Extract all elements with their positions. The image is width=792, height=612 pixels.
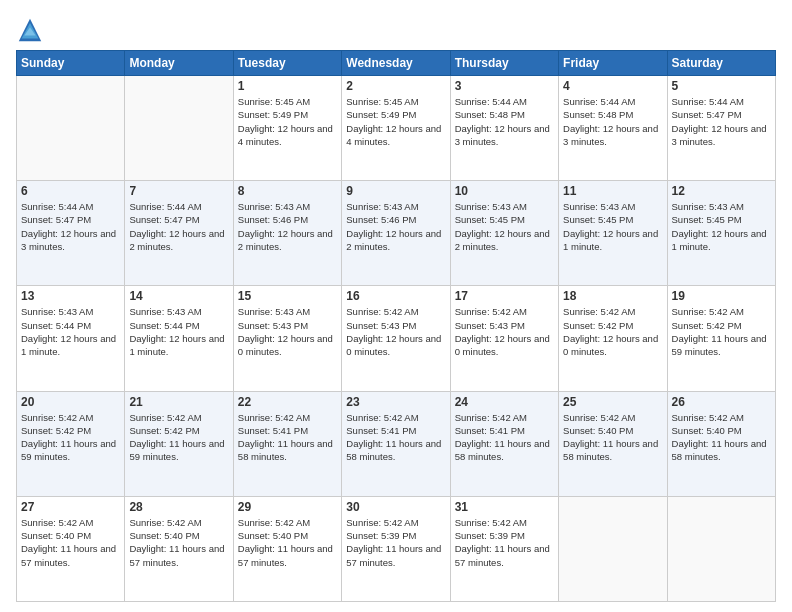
day-info: Sunrise: 5:43 AM Sunset: 5:44 PM Dayligh… xyxy=(129,305,228,358)
logo-icon xyxy=(16,16,44,44)
calendar-cell: 4Sunrise: 5:44 AM Sunset: 5:48 PM Daylig… xyxy=(559,76,667,181)
day-number: 9 xyxy=(346,184,445,198)
day-number: 25 xyxy=(563,395,662,409)
day-number: 2 xyxy=(346,79,445,93)
calendar-cell xyxy=(559,496,667,601)
day-info: Sunrise: 5:42 AM Sunset: 5:42 PM Dayligh… xyxy=(21,411,120,464)
calendar-week-row: 13Sunrise: 5:43 AM Sunset: 5:44 PM Dayli… xyxy=(17,286,776,391)
calendar-cell xyxy=(667,496,775,601)
calendar-cell: 8Sunrise: 5:43 AM Sunset: 5:46 PM Daylig… xyxy=(233,181,341,286)
day-info: Sunrise: 5:43 AM Sunset: 5:46 PM Dayligh… xyxy=(346,200,445,253)
calendar-header-saturday: Saturday xyxy=(667,51,775,76)
day-number: 17 xyxy=(455,289,554,303)
calendar-cell: 20Sunrise: 5:42 AM Sunset: 5:42 PM Dayli… xyxy=(17,391,125,496)
day-number: 5 xyxy=(672,79,771,93)
calendar-table: SundayMondayTuesdayWednesdayThursdayFrid… xyxy=(16,50,776,602)
day-info: Sunrise: 5:42 AM Sunset: 5:41 PM Dayligh… xyxy=(238,411,337,464)
calendar-header-friday: Friday xyxy=(559,51,667,76)
day-number: 16 xyxy=(346,289,445,303)
calendar-week-row: 27Sunrise: 5:42 AM Sunset: 5:40 PM Dayli… xyxy=(17,496,776,601)
day-info: Sunrise: 5:42 AM Sunset: 5:41 PM Dayligh… xyxy=(346,411,445,464)
day-info: Sunrise: 5:44 AM Sunset: 5:47 PM Dayligh… xyxy=(21,200,120,253)
day-number: 29 xyxy=(238,500,337,514)
day-info: Sunrise: 5:42 AM Sunset: 5:42 PM Dayligh… xyxy=(129,411,228,464)
calendar-cell: 3Sunrise: 5:44 AM Sunset: 5:48 PM Daylig… xyxy=(450,76,558,181)
day-number: 20 xyxy=(21,395,120,409)
calendar-cell: 23Sunrise: 5:42 AM Sunset: 5:41 PM Dayli… xyxy=(342,391,450,496)
day-number: 23 xyxy=(346,395,445,409)
day-info: Sunrise: 5:44 AM Sunset: 5:48 PM Dayligh… xyxy=(455,95,554,148)
day-number: 12 xyxy=(672,184,771,198)
page: SundayMondayTuesdayWednesdayThursdayFrid… xyxy=(0,0,792,612)
calendar-week-row: 1Sunrise: 5:45 AM Sunset: 5:49 PM Daylig… xyxy=(17,76,776,181)
calendar-cell: 12Sunrise: 5:43 AM Sunset: 5:45 PM Dayli… xyxy=(667,181,775,286)
calendar-cell: 19Sunrise: 5:42 AM Sunset: 5:42 PM Dayli… xyxy=(667,286,775,391)
calendar-cell: 27Sunrise: 5:42 AM Sunset: 5:40 PM Dayli… xyxy=(17,496,125,601)
day-number: 1 xyxy=(238,79,337,93)
day-number: 4 xyxy=(563,79,662,93)
day-info: Sunrise: 5:43 AM Sunset: 5:46 PM Dayligh… xyxy=(238,200,337,253)
day-info: Sunrise: 5:43 AM Sunset: 5:45 PM Dayligh… xyxy=(672,200,771,253)
day-info: Sunrise: 5:43 AM Sunset: 5:45 PM Dayligh… xyxy=(455,200,554,253)
day-info: Sunrise: 5:42 AM Sunset: 5:40 PM Dayligh… xyxy=(129,516,228,569)
calendar-cell: 30Sunrise: 5:42 AM Sunset: 5:39 PM Dayli… xyxy=(342,496,450,601)
calendar-cell xyxy=(125,76,233,181)
day-info: Sunrise: 5:42 AM Sunset: 5:40 PM Dayligh… xyxy=(21,516,120,569)
day-number: 10 xyxy=(455,184,554,198)
calendar-cell: 15Sunrise: 5:43 AM Sunset: 5:43 PM Dayli… xyxy=(233,286,341,391)
day-info: Sunrise: 5:42 AM Sunset: 5:42 PM Dayligh… xyxy=(563,305,662,358)
day-number: 6 xyxy=(21,184,120,198)
day-info: Sunrise: 5:43 AM Sunset: 5:45 PM Dayligh… xyxy=(563,200,662,253)
day-number: 7 xyxy=(129,184,228,198)
day-number: 31 xyxy=(455,500,554,514)
calendar-cell: 17Sunrise: 5:42 AM Sunset: 5:43 PM Dayli… xyxy=(450,286,558,391)
calendar-header-sunday: Sunday xyxy=(17,51,125,76)
day-info: Sunrise: 5:42 AM Sunset: 5:40 PM Dayligh… xyxy=(563,411,662,464)
day-info: Sunrise: 5:44 AM Sunset: 5:48 PM Dayligh… xyxy=(563,95,662,148)
day-info: Sunrise: 5:43 AM Sunset: 5:43 PM Dayligh… xyxy=(238,305,337,358)
day-number: 30 xyxy=(346,500,445,514)
calendar-week-row: 6Sunrise: 5:44 AM Sunset: 5:47 PM Daylig… xyxy=(17,181,776,286)
calendar-cell: 14Sunrise: 5:43 AM Sunset: 5:44 PM Dayli… xyxy=(125,286,233,391)
day-number: 26 xyxy=(672,395,771,409)
calendar-cell: 6Sunrise: 5:44 AM Sunset: 5:47 PM Daylig… xyxy=(17,181,125,286)
calendar-cell: 13Sunrise: 5:43 AM Sunset: 5:44 PM Dayli… xyxy=(17,286,125,391)
logo xyxy=(16,16,46,44)
calendar-cell: 29Sunrise: 5:42 AM Sunset: 5:40 PM Dayli… xyxy=(233,496,341,601)
calendar-cell: 11Sunrise: 5:43 AM Sunset: 5:45 PM Dayli… xyxy=(559,181,667,286)
calendar-cell xyxy=(17,76,125,181)
day-number: 14 xyxy=(129,289,228,303)
header xyxy=(16,12,776,44)
calendar-week-row: 20Sunrise: 5:42 AM Sunset: 5:42 PM Dayli… xyxy=(17,391,776,496)
calendar-cell: 28Sunrise: 5:42 AM Sunset: 5:40 PM Dayli… xyxy=(125,496,233,601)
day-info: Sunrise: 5:42 AM Sunset: 5:39 PM Dayligh… xyxy=(346,516,445,569)
calendar-cell: 18Sunrise: 5:42 AM Sunset: 5:42 PM Dayli… xyxy=(559,286,667,391)
calendar-header-tuesday: Tuesday xyxy=(233,51,341,76)
day-number: 8 xyxy=(238,184,337,198)
day-info: Sunrise: 5:42 AM Sunset: 5:40 PM Dayligh… xyxy=(238,516,337,569)
calendar-cell: 25Sunrise: 5:42 AM Sunset: 5:40 PM Dayli… xyxy=(559,391,667,496)
day-number: 13 xyxy=(21,289,120,303)
day-number: 11 xyxy=(563,184,662,198)
day-number: 27 xyxy=(21,500,120,514)
day-number: 24 xyxy=(455,395,554,409)
day-info: Sunrise: 5:42 AM Sunset: 5:41 PM Dayligh… xyxy=(455,411,554,464)
calendar-cell: 22Sunrise: 5:42 AM Sunset: 5:41 PM Dayli… xyxy=(233,391,341,496)
day-number: 21 xyxy=(129,395,228,409)
calendar-cell: 21Sunrise: 5:42 AM Sunset: 5:42 PM Dayli… xyxy=(125,391,233,496)
day-info: Sunrise: 5:42 AM Sunset: 5:43 PM Dayligh… xyxy=(346,305,445,358)
day-info: Sunrise: 5:42 AM Sunset: 5:42 PM Dayligh… xyxy=(672,305,771,358)
day-number: 3 xyxy=(455,79,554,93)
calendar-cell: 2Sunrise: 5:45 AM Sunset: 5:49 PM Daylig… xyxy=(342,76,450,181)
calendar-cell: 16Sunrise: 5:42 AM Sunset: 5:43 PM Dayli… xyxy=(342,286,450,391)
calendar-cell: 1Sunrise: 5:45 AM Sunset: 5:49 PM Daylig… xyxy=(233,76,341,181)
day-info: Sunrise: 5:45 AM Sunset: 5:49 PM Dayligh… xyxy=(346,95,445,148)
day-number: 28 xyxy=(129,500,228,514)
day-info: Sunrise: 5:44 AM Sunset: 5:47 PM Dayligh… xyxy=(129,200,228,253)
day-number: 18 xyxy=(563,289,662,303)
calendar-header-thursday: Thursday xyxy=(450,51,558,76)
calendar-header-monday: Monday xyxy=(125,51,233,76)
calendar-cell: 7Sunrise: 5:44 AM Sunset: 5:47 PM Daylig… xyxy=(125,181,233,286)
calendar-header-row: SundayMondayTuesdayWednesdayThursdayFrid… xyxy=(17,51,776,76)
day-info: Sunrise: 5:45 AM Sunset: 5:49 PM Dayligh… xyxy=(238,95,337,148)
